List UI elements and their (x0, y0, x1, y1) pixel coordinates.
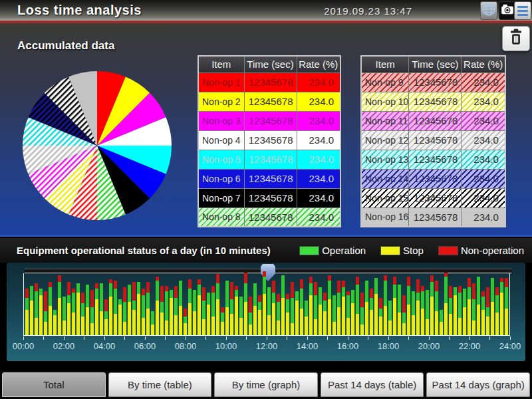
status-bar-column (291, 282, 294, 335)
status-bar-column (76, 283, 80, 335)
cell-item: Non-op 6 (198, 169, 244, 188)
datetime: 2019.09.23 13:47 (324, 5, 412, 17)
status-bar-column (444, 273, 448, 335)
status-bar-column (123, 287, 126, 335)
cell-rate: 234.0 (297, 111, 340, 130)
cell-item: Non-op 8 (198, 207, 244, 227)
cell-time: 12345678 (409, 92, 462, 111)
tab-by-time-graph[interactable]: By time (graph) (214, 372, 318, 397)
status-bar-column (30, 286, 33, 335)
cell-rate: 234.0 (462, 207, 505, 227)
cell-rate: 234.0 (297, 169, 340, 188)
axis-tick (124, 336, 125, 340)
table-row: Non-op 212345678234.0 (198, 92, 340, 111)
status-bar-column (249, 297, 252, 335)
cell-rate: 234.0 (297, 72, 340, 92)
table-row: Non-op 1512345678234.0 (361, 188, 505, 207)
table-row: Non-op 512345678234.0 (198, 150, 340, 169)
status-bar-column (505, 278, 508, 335)
status-title: Equipment operational status of a day (i… (17, 245, 271, 256)
status-bar-column (142, 289, 145, 335)
status-bar-column (477, 277, 480, 335)
legend-label: Non-operation (461, 245, 524, 256)
status-bar-column (193, 290, 196, 335)
status-bar-column (295, 291, 299, 335)
menu-icon (517, 6, 528, 16)
legend-item: Operation (299, 245, 366, 256)
axis-tick (510, 336, 511, 340)
status-bar-column (402, 295, 406, 335)
cell-rate: 234.0 (462, 130, 505, 150)
axis-tick (408, 336, 409, 340)
axis-tick (23, 336, 24, 340)
menu-button[interactable] (514, 1, 531, 20)
cell-time: 12345678 (409, 188, 462, 207)
status-bar-column (421, 286, 424, 335)
axis-label: 02:00 (49, 341, 79, 351)
status-bar-column (151, 311, 154, 335)
legend-item: Non-operation (438, 245, 524, 256)
status-bar-column (332, 295, 336, 335)
axis-tick (449, 336, 450, 340)
status-bar-column (319, 287, 322, 335)
status-bar-column (239, 297, 243, 335)
table-row: Non-op 912345678234.0 (361, 72, 505, 92)
status-bar-column (407, 277, 410, 335)
status-bar-column (481, 291, 485, 335)
status-bar-column (374, 278, 378, 335)
status-bar-column (44, 291, 47, 335)
axis-tick (388, 336, 389, 340)
status-bar-column (323, 293, 327, 335)
axis-tick (84, 336, 84, 340)
status-bar-column (360, 293, 364, 335)
status-bar-column (104, 299, 108, 335)
status-bar-column (207, 293, 210, 335)
legend: OperationStopNon-operation (299, 245, 524, 256)
axis-tick (469, 336, 470, 340)
cell-item: Non-op 4 (198, 130, 244, 150)
cell-rate: 234.0 (297, 92, 340, 111)
status-bar-column (309, 277, 313, 335)
cell-rate: 234.0 (462, 188, 505, 207)
status-bar-column (95, 283, 98, 335)
status-bar-column (53, 310, 57, 335)
tab-total[interactable]: Total (2, 372, 106, 397)
cell-rate: 234.0 (462, 111, 505, 130)
status-bar-column (132, 282, 136, 335)
status-bar-column (137, 282, 140, 335)
trash-button[interactable] (502, 26, 530, 51)
status-bar-column (165, 286, 168, 335)
cell-time: 12345678 (244, 72, 297, 92)
status-bar-column (426, 290, 429, 335)
tab-past-14-days-table[interactable]: Past 14 days (table) (321, 372, 424, 397)
status-bar-column (114, 281, 117, 335)
status-bar-column (235, 286, 238, 335)
axis-label: 16:00 (332, 341, 363, 351)
status-bar-column (146, 282, 150, 335)
status-bar-column (72, 289, 75, 335)
cell-item: Non-op 10 (361, 92, 409, 111)
status-bar-column (109, 279, 112, 335)
axis-tick (287, 336, 287, 340)
status-bar-column (202, 287, 205, 335)
cell-time: 12345678 (244, 130, 297, 150)
table-row: Non-op 112345678234.0 (198, 72, 340, 92)
cell-rate: 234.0 (297, 150, 340, 169)
pie-chart (20, 68, 174, 225)
status-bar-column (160, 286, 164, 335)
status-header: Equipment operational status of a day (i… (0, 238, 532, 263)
cell-item: Non-op 12 (361, 130, 409, 150)
globe-button[interactable] (480, 1, 497, 20)
axis-tick (186, 336, 186, 340)
axis-tick (246, 336, 247, 340)
cell-rate: 234.0 (462, 169, 505, 188)
cell-time: 12345678 (244, 92, 297, 111)
table-row: Non-op 1412345678234.0 (361, 169, 505, 188)
tab-past-14-days-graph[interactable]: Past 14 days (graph) (426, 372, 530, 397)
table-header-row: ItemTime (sec)Rate (%) (198, 56, 340, 72)
tab-by-time-table[interactable]: By time (table) (108, 372, 212, 397)
legend-item: Stop (380, 245, 424, 256)
axis-tick (43, 336, 44, 340)
legend-swatch (438, 246, 458, 255)
axis-tick (307, 336, 308, 340)
